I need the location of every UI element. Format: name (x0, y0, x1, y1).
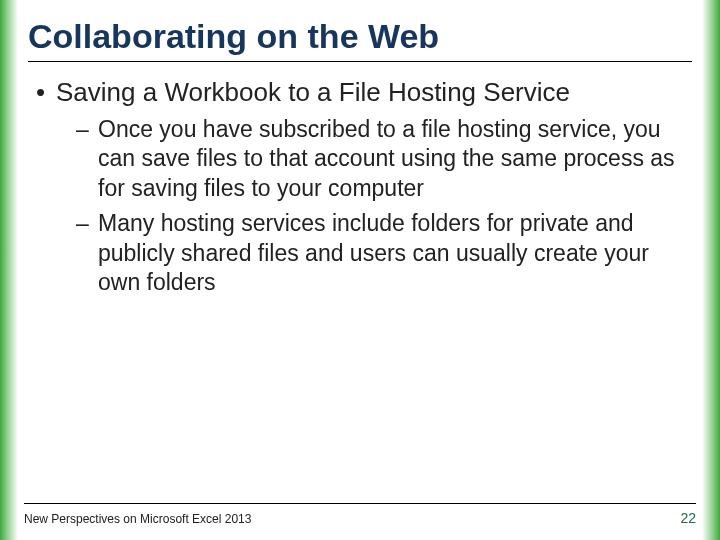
bullet-sub-2: Many hosting services include folders fo… (76, 209, 692, 297)
bullet-main: Saving a Workbook to a File Hosting Serv… (34, 76, 692, 297)
bullet-list-level2: Once you have subscribed to a file hosti… (56, 115, 692, 298)
slide-body: Collaborating on the Web Saving a Workbo… (0, 0, 720, 540)
footer-text: New Perspectives on Microsoft Excel 2013 (24, 512, 251, 526)
bullet-sub-1: Once you have subscribed to a file hosti… (76, 115, 692, 203)
page-number: 22 (680, 510, 696, 526)
slide-footer: New Perspectives on Microsoft Excel 2013… (24, 503, 696, 526)
bullet-main-text: Saving a Workbook to a File Hosting Serv… (56, 77, 570, 107)
bullet-sub-2-text: Many hosting services include folders fo… (98, 210, 649, 295)
bullet-sub-1-text: Once you have subscribed to a file hosti… (98, 116, 675, 201)
bullet-list-level1: Saving a Workbook to a File Hosting Serv… (28, 76, 692, 297)
slide-title: Collaborating on the Web (28, 18, 692, 62)
